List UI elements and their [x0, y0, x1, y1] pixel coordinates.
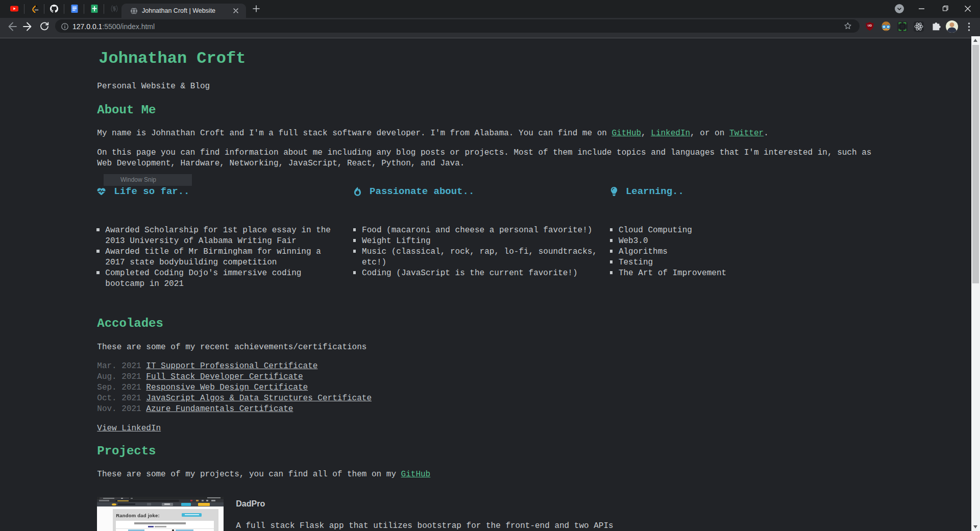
svg-text:UO: UO [868, 24, 872, 27]
